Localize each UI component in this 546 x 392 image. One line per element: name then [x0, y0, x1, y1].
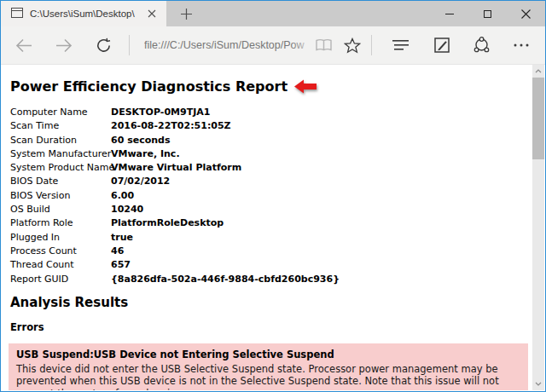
info-label: Report GUID: [10, 273, 111, 286]
chevron-up-icon: [535, 69, 542, 73]
info-value: true: [111, 232, 133, 243]
table-row: Process Count46: [10, 245, 544, 258]
table-row: System Product NameVMware Virtual Platfo…: [10, 161, 544, 175]
forward-button[interactable]: [55, 38, 73, 53]
favorites-star-button[interactable]: [344, 37, 361, 54]
errors-heading: Errors: [10, 321, 544, 333]
refresh-icon: [96, 37, 112, 54]
tab-title: C:\Users\iSum\Desktop\: [30, 9, 137, 19]
close-button[interactable]: [507, 1, 545, 26]
table-row: Scan Duration60 seconds: [10, 134, 544, 147]
page-content: Power Efficiency Diagnostics Report Comp…: [2, 65, 544, 390]
info-value: 657: [111, 259, 131, 270]
scroll-down-button[interactable]: [532, 378, 544, 390]
close-icon: [521, 9, 531, 19]
plus-icon: [181, 9, 192, 20]
page-icon: [11, 6, 23, 21]
info-value: {8a826dfa-502a-446f-9884-cbfd260bc936}: [111, 274, 340, 285]
book-icon: [315, 38, 333, 52]
hub-lines-icon: [392, 39, 410, 51]
info-label: Platform Role: [10, 216, 111, 230]
info-label: BIOS Date: [10, 175, 111, 188]
table-row: System ManufacturerVMware, Inc.: [10, 147, 544, 161]
toolbar-separator: [129, 35, 130, 55]
info-value: VMware, Inc.: [111, 148, 180, 159]
toolbar-separator: [371, 35, 372, 55]
minimize-button[interactable]: [430, 1, 468, 26]
web-note-button[interactable]: [434, 37, 450, 53]
red-annotation-arrow-icon: [294, 79, 317, 94]
table-row: Plugged Intrue: [10, 231, 544, 245]
table-row: Report GUID{8a826dfa-502a-446f-9884-cbfd…: [10, 273, 544, 286]
hub-button[interactable]: [392, 39, 410, 51]
scroll-up-button[interactable]: [532, 65, 544, 78]
star-icon: [344, 37, 361, 54]
new-tab-button[interactable]: [166, 1, 206, 26]
info-value: DESKTOP-0M9TJA1: [111, 107, 210, 118]
chevron-down-icon: [535, 382, 542, 386]
analysis-results-heading: Analysis Results: [10, 295, 544, 310]
info-label: Scan Duration: [10, 134, 111, 147]
info-label: BIOS Version: [10, 189, 111, 203]
system-info-table: Computer NameDESKTOP-0M9TJA1 Scan Time20…: [10, 106, 544, 286]
info-label: Computer Name: [10, 106, 111, 119]
window-controls: [430, 1, 545, 26]
info-value: 2016-08-22T02:51:05Z: [111, 120, 231, 131]
table-row: BIOS Date07/02/2012: [10, 175, 544, 188]
navigation-bar: file:///C:/Users/iSum/Desktop/Pow: [1, 26, 545, 65]
maximize-button[interactable]: [468, 1, 507, 26]
address-bar[interactable]: file:///C:/Users/iSum/Desktop/Pow: [144, 37, 315, 54]
scrollbar-thumb[interactable]: [532, 78, 544, 159]
forward-arrow-icon: [55, 38, 73, 53]
ellipsis-icon: [513, 43, 530, 48]
info-label: Plugged In: [10, 231, 111, 245]
more-button[interactable]: [513, 43, 530, 48]
share-icon: [473, 37, 491, 54]
table-row: Thread Count657: [10, 258, 544, 272]
info-value: 6.00: [111, 190, 134, 201]
table-row: Scan Time2016-08-22T02:51:05Z: [10, 119, 544, 133]
info-value: 07/02/2012: [111, 176, 170, 187]
reading-view-button[interactable]: [315, 38, 333, 52]
refresh-button[interactable]: [96, 37, 112, 54]
error-box: USB Suspend:USB Device not Entering Sele…: [9, 343, 528, 390]
minimize-icon: [445, 14, 454, 14]
info-label: Process Count: [10, 245, 111, 258]
tab-close-icon[interactable]: [144, 6, 160, 21]
pen-note-icon: [434, 37, 450, 53]
page-title: Power Efficiency Diagnostics Report: [10, 78, 288, 95]
back-arrow-icon: [15, 38, 32, 53]
vertical-scrollbar[interactable]: [532, 65, 544, 390]
error-title: USB Suspend:USB Device not Entering Sele…: [16, 348, 520, 361]
info-value: 10240: [111, 204, 143, 215]
table-row: OS Build10240: [10, 203, 544, 216]
info-label: System Product Name: [10, 161, 111, 175]
error-description: This device did not enter the USB Select…: [16, 363, 520, 390]
info-label: System Manufacturer: [10, 147, 111, 161]
title-bar: C:\Users\iSum\Desktop\: [1, 1, 545, 26]
report-title-row: Power Efficiency Diagnostics Report: [10, 78, 544, 95]
maximize-icon: [484, 10, 491, 18]
address-url: file:///C:/Users/iSum/Desktop/Pow: [144, 37, 315, 54]
share-button[interactable]: [473, 37, 491, 54]
table-row: Computer NameDESKTOP-0M9TJA1: [10, 106, 544, 119]
info-label: Thread Count: [10, 258, 111, 272]
info-value: 60 seconds: [111, 135, 170, 146]
table-row: Platform RolePlatformRoleDesktop: [10, 216, 544, 230]
browser-window: C:\Users\iSum\Desktop\: [0, 0, 546, 392]
browser-tab[interactable]: C:\Users\iSum\Desktop\: [1, 1, 166, 26]
table-row: BIOS Version6.00: [10, 189, 544, 203]
info-value: VMware Virtual Platform: [111, 162, 241, 173]
back-button[interactable]: [15, 38, 32, 53]
info-label: Scan Time: [10, 119, 111, 133]
info-value: PlatformRoleDesktop: [111, 217, 224, 228]
info-label: OS Build: [10, 203, 111, 216]
info-value: 46: [111, 245, 124, 257]
